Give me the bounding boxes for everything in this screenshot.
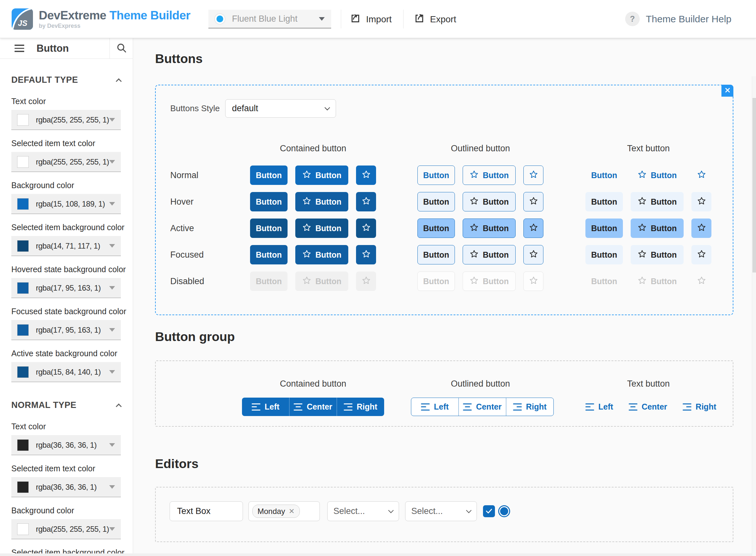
color-select[interactable]: rgba(36, 36, 36, 1): [11, 477, 121, 497]
color-swatch: [17, 156, 29, 168]
demo-button[interactable]: [356, 245, 376, 265]
color-select[interactable]: rgba(14, 71, 117, 1): [11, 236, 121, 256]
demo-button[interactable]: [691, 272, 711, 291]
tag-chip[interactable]: Monday ✕: [252, 505, 300, 518]
demo-button[interactable]: [523, 166, 543, 185]
search-button[interactable]: [110, 38, 133, 59]
select-box-1[interactable]: Select...: [327, 501, 399, 521]
button-group-item-center[interactable]: Center: [289, 397, 337, 416]
demo-button[interactable]: Button: [585, 272, 623, 291]
text-box-input[interactable]: Text Box: [169, 501, 243, 521]
demo-button[interactable]: Button: [585, 192, 623, 211]
demo-button[interactable]: [691, 218, 711, 238]
import-icon: [349, 12, 361, 26]
demo-button[interactable]: Button: [250, 218, 288, 238]
sidebar-section-header[interactable]: DEFAULT TYPE: [11, 75, 121, 85]
button-group-demo-container[interactable]: Contained buttonOutlined buttonText butt…: [155, 360, 733, 427]
demo-button[interactable]: Button: [585, 218, 623, 238]
demo-button[interactable]: [356, 218, 376, 238]
button-group-item-left[interactable]: Left: [242, 397, 289, 416]
demo-button[interactable]: Button: [295, 218, 348, 238]
demo-button[interactable]: [356, 272, 376, 291]
star-icon: [302, 196, 311, 208]
close-selection-button[interactable]: [721, 85, 733, 97]
editors-demo-container[interactable]: Text Box Monday ✕ Select... Select...: [155, 487, 733, 542]
color-select[interactable]: rgba(17, 95, 163, 1): [11, 320, 121, 340]
demo-button[interactable]: Button: [585, 245, 623, 265]
demo-button[interactable]: [691, 192, 711, 211]
menu-icon[interactable]: [14, 45, 24, 52]
button-group-item-left[interactable]: Left: [585, 397, 613, 416]
color-swatch: [17, 282, 29, 294]
align-center-icon: [629, 404, 637, 411]
buttons-demo-container[interactable]: Buttons Style default Contained buttonOu…: [155, 85, 733, 315]
import-button[interactable]: Import: [349, 12, 391, 26]
remove-tag-icon[interactable]: ✕: [289, 508, 294, 515]
color-select[interactable]: rgba(17, 95, 163, 1): [11, 278, 121, 298]
demo-button[interactable]: Button: [631, 192, 684, 211]
color-select[interactable]: rgba(255, 255, 255, 1): [11, 152, 121, 172]
button-group-item-center[interactable]: Center: [629, 397, 667, 416]
demo-button[interactable]: Button: [463, 192, 516, 211]
demo-button[interactable]: Button: [295, 245, 348, 265]
demo-button[interactable]: Button: [463, 218, 516, 238]
color-select[interactable]: rgba(15, 84, 140, 1): [11, 362, 121, 382]
demo-button[interactable]: Button: [463, 245, 516, 265]
demo-button[interactable]: [356, 192, 376, 211]
demo-button[interactable]: Button: [417, 192, 455, 211]
button-group-item-left[interactable]: Left: [411, 398, 458, 416]
demo-button[interactable]: [523, 192, 543, 211]
demo-button[interactable]: Button: [463, 166, 516, 185]
checkbox-checked[interactable]: [483, 505, 495, 517]
horizontal-scrollbar[interactable]: [0, 553, 752, 556]
demo-button[interactable]: [523, 218, 543, 238]
demo-button[interactable]: Button: [295, 192, 348, 211]
button-group-item-right[interactable]: Right: [337, 397, 384, 416]
demo-button[interactable]: [691, 245, 711, 265]
demo-button-label: Button: [315, 171, 341, 180]
demo-button[interactable]: Button: [250, 166, 288, 185]
button-group-item-right[interactable]: Right: [506, 398, 554, 416]
color-swatch: [17, 114, 29, 126]
color-select[interactable]: rgba(36, 36, 36, 1): [11, 435, 121, 455]
demo-button[interactable]: Button: [417, 272, 455, 291]
theme-select[interactable]: Fluent Blue Light: [209, 10, 331, 29]
radio-button-selected[interactable]: [498, 505, 510, 517]
export-button[interactable]: Export: [414, 12, 456, 26]
button-state-row: ActiveButtonButtonButtonButtonButtonButt…: [156, 218, 733, 238]
vertical-scrollbar[interactable]: [752, 76, 756, 556]
demo-button[interactable]: Button: [631, 166, 684, 185]
demo-button[interactable]: Button: [250, 192, 288, 211]
tag-box-input[interactable]: Monday ✕: [249, 501, 320, 521]
demo-button[interactable]: Button: [417, 245, 455, 265]
demo-button[interactable]: Button: [585, 166, 623, 185]
demo-button[interactable]: Button: [250, 245, 288, 265]
demo-button[interactable]: Button: [295, 166, 348, 185]
button-group-item-right[interactable]: Right: [683, 397, 716, 416]
select-box-2[interactable]: Select...: [405, 501, 477, 521]
demo-button[interactable]: Button: [631, 272, 684, 291]
button-group-item-center[interactable]: Center: [458, 398, 506, 416]
demo-button[interactable]: Button: [631, 245, 684, 265]
theme-select-value: Fluent Blue Light: [232, 14, 298, 24]
vertical-scrollbar-thumb[interactable]: [752, 98, 756, 273]
theme-property-field: Selected item background colorrgba(14, 7…: [11, 223, 121, 256]
demo-button[interactable]: Button: [463, 272, 516, 291]
demo-button[interactable]: Button: [417, 218, 455, 238]
demo-button[interactable]: [523, 272, 543, 291]
demo-button[interactable]: [691, 166, 711, 185]
color-select[interactable]: rgba(15, 108, 189, 1): [11, 194, 121, 214]
buttons-style-select[interactable]: default: [225, 99, 336, 118]
star-icon: [469, 196, 479, 208]
demo-button[interactable]: Button: [295, 272, 348, 291]
color-select[interactable]: rgba(255, 255, 255, 1): [11, 110, 121, 130]
help-link[interactable]: ? Theme Builder Help: [625, 12, 731, 26]
state-label: Hover: [170, 192, 193, 211]
demo-button[interactable]: [356, 166, 376, 185]
demo-button[interactable]: Button: [417, 166, 455, 185]
sidebar-section-header[interactable]: NORMAL TYPE: [11, 400, 121, 410]
demo-button[interactable]: Button: [250, 272, 288, 291]
demo-button[interactable]: [523, 245, 543, 265]
demo-button[interactable]: Button: [631, 218, 684, 238]
color-select[interactable]: rgba(255, 255, 255, 1): [11, 519, 121, 539]
